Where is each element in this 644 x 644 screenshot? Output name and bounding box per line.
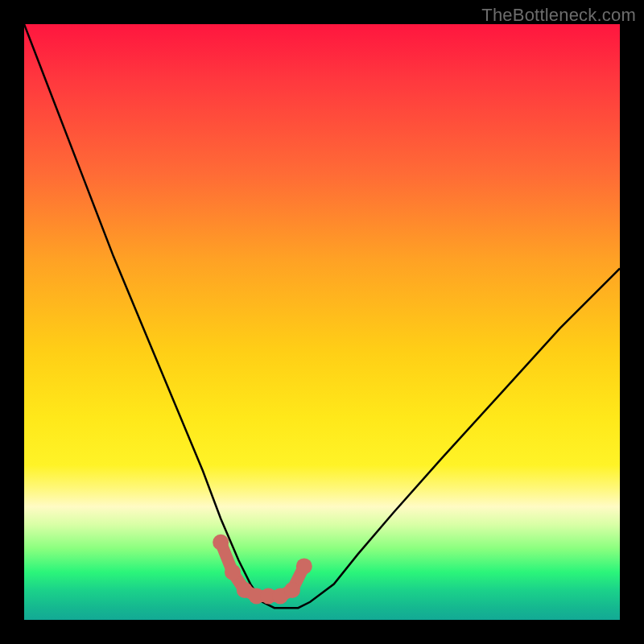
- marker-dot: [213, 535, 229, 551]
- watermark-text: TheBottleneck.com: [481, 5, 636, 26]
- bottleneck-curve: [24, 24, 620, 608]
- chart-frame: TheBottleneck.com: [0, 0, 644, 644]
- marker-dot: [284, 582, 300, 598]
- curve-layer: [24, 24, 620, 620]
- plot-area: [24, 24, 620, 620]
- marker-group: [213, 535, 312, 605]
- marker-dot: [225, 564, 241, 580]
- marker-dot: [296, 558, 312, 574]
